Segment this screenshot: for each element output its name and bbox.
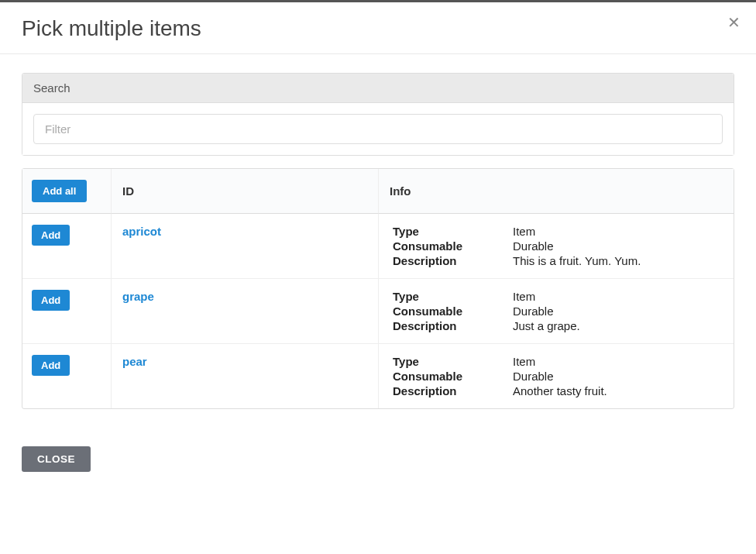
items-table: Add all ID Info Add apricot Typ — [22, 168, 734, 409]
info-value-type: Item — [513, 290, 723, 303]
info-grid: Type Item Consumable Durable Description… — [390, 225, 723, 267]
info-label-type: Type — [393, 355, 505, 368]
info-value-description: Another tasty fruit. — [513, 384, 723, 397]
filter-input[interactable] — [33, 114, 723, 144]
add-button[interactable]: Add — [32, 355, 70, 376]
info-label-description: Description — [393, 319, 505, 332]
table-row: Add apricot Type Item Consumable Durable… — [22, 214, 734, 279]
search-panel-title: Search — [22, 74, 734, 103]
info-value-consumable: Durable — [513, 239, 723, 253]
search-panel-body — [22, 103, 734, 155]
info-value-description: Just a grape. — [513, 319, 723, 332]
col-info-header: Info — [379, 169, 734, 214]
search-panel: Search — [22, 73, 734, 156]
close-icon[interactable]: ✕ — [724, 12, 744, 33]
info-value-consumable: Durable — [513, 370, 723, 383]
info-value-description: This is a fruit. Yum. Yum. — [513, 254, 723, 267]
close-button[interactable]: CLOSE — [22, 446, 91, 472]
info-label-description: Description — [393, 254, 505, 267]
add-all-button[interactable]: Add all — [32, 180, 87, 202]
info-label-consumable: Consumable — [393, 305, 505, 318]
info-grid: Type Item Consumable Durable Description… — [390, 290, 723, 332]
item-link-pear[interactable]: pear — [122, 355, 147, 368]
item-link-grape[interactable]: grape — [122, 290, 154, 303]
info-label-type: Type — [393, 225, 505, 238]
dialog-header: Pick multiple items ✕ — [0, 2, 756, 54]
dialog-title: Pick multiple items — [22, 16, 734, 41]
add-button[interactable]: Add — [32, 225, 70, 246]
col-id-header: ID — [112, 169, 379, 214]
info-value-consumable: Durable — [513, 305, 723, 318]
info-value-type: Item — [513, 355, 723, 368]
info-label-type: Type — [393, 290, 505, 303]
dialog-footer: CLOSE — [22, 409, 734, 472]
col-actions: Add all — [22, 169, 112, 214]
info-label-description: Description — [393, 384, 505, 397]
info-grid: Type Item Consumable Durable Description… — [390, 355, 723, 397]
table-row: Add pear Type Item Consumable Durable De… — [22, 344, 734, 408]
table-row: Add grape Type Item Consumable Durable D… — [22, 279, 734, 344]
info-label-consumable: Consumable — [393, 239, 505, 253]
info-value-type: Item — [513, 225, 723, 238]
item-link-apricot[interactable]: apricot — [122, 225, 161, 238]
add-button[interactable]: Add — [32, 290, 70, 311]
dialog: Pick multiple items ✕ Search Add all ID … — [0, 0, 756, 554]
info-label-consumable: Consumable — [393, 370, 505, 383]
dialog-body: Search Add all ID Info Add — [0, 54, 756, 554]
